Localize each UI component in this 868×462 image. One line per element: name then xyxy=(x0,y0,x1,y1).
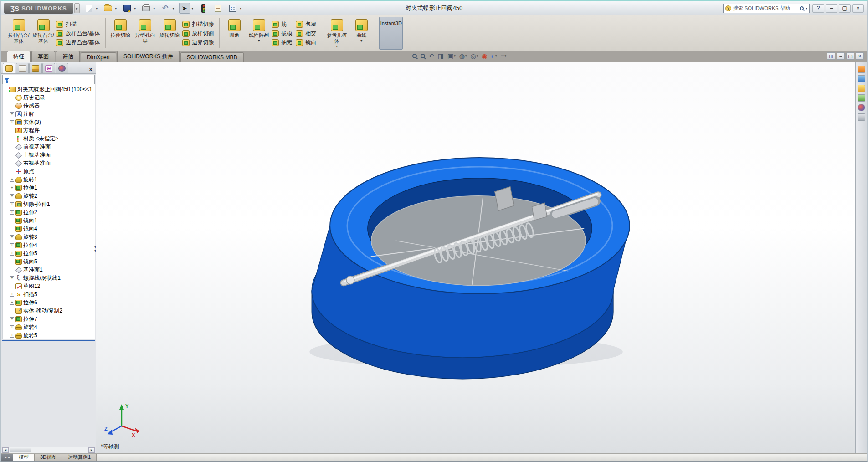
restore-doc-button[interactable]: ▢ xyxy=(846,52,854,60)
tree-item-4[interactable]: +实体(3) xyxy=(3,118,95,126)
save-dropdown[interactable]: ▾ xyxy=(133,6,137,10)
minimize-button[interactable]: – xyxy=(826,4,837,13)
open-file-button[interactable] xyxy=(103,3,113,14)
save-button[interactable] xyxy=(122,3,133,14)
tree-item-15[interactable]: +拉伸2 xyxy=(3,208,95,216)
sweep-cut-button[interactable]: 扫描切除 xyxy=(182,20,216,29)
revolve-cut-button[interactable]: 旋转切除 xyxy=(158,17,181,50)
tree-item-10[interactable]: 原点 xyxy=(3,167,95,175)
tree-item-26[interactable]: +拉伸6 xyxy=(3,298,95,307)
tab-features[interactable]: 特征 xyxy=(7,51,31,62)
tree-item-23[interactable]: +螺旋线/涡状线1 xyxy=(3,274,95,282)
tree-item-14[interactable]: +切除-拉伸1 xyxy=(3,200,95,208)
close-button[interactable]: × xyxy=(852,4,864,13)
tree-item-27[interactable]: 实体-移动/复制2 xyxy=(3,307,95,315)
rib-button[interactable]: 筋 xyxy=(272,20,295,29)
expand-icon[interactable]: + xyxy=(10,325,14,329)
appearances-scenes-icon[interactable] xyxy=(858,104,865,111)
graphics-viewport[interactable]: Y X Z *等轴测 xyxy=(96,62,855,453)
fillet-button[interactable]: 圆角 xyxy=(222,17,246,50)
featuremanager-tree-tab[interactable] xyxy=(3,63,15,73)
rebuild-button[interactable] xyxy=(198,3,209,14)
tree-item-16[interactable]: 镜向1 xyxy=(3,216,95,225)
tree-item-29[interactable]: +旋转4 xyxy=(3,323,95,331)
tab-solidworks-mbd[interactable]: SOLIDWORKS MBD xyxy=(180,52,244,62)
loft-boss-button[interactable]: 放样凸台/基体 xyxy=(56,29,103,38)
split-doc-button[interactable]: ◫ xyxy=(827,52,835,60)
tab-evaluate[interactable]: 评估 xyxy=(56,51,80,62)
propertymanager-tab[interactable] xyxy=(16,63,29,73)
expand-icon[interactable]: + xyxy=(10,301,14,305)
solidworks-resources-icon[interactable] xyxy=(858,66,865,73)
bottom-tab-3d-views[interactable]: 3D视图 xyxy=(35,454,62,461)
expand-icon[interactable]: + xyxy=(10,120,14,124)
boundary-cut-button[interactable]: 边界切除 xyxy=(182,38,216,47)
view-orientation-button[interactable]: ▣▾ xyxy=(447,52,457,60)
bottom-tab-motion-study-1[interactable]: 运动算例1 xyxy=(62,454,97,461)
search-input[interactable]: ? 搜索 SOLIDWORKS 帮助 ▾ xyxy=(723,4,810,13)
tree-item-28[interactable]: +拉伸7 xyxy=(3,315,95,323)
tab-scroll-left-button[interactable]: ◄◄ xyxy=(1,454,13,461)
tree-item-18[interactable]: +旋转3 xyxy=(3,233,95,241)
hide-show-items-button[interactable]: ◎▾ xyxy=(469,52,479,60)
expand-icon[interactable]: + xyxy=(10,276,14,280)
file-explorer-icon[interactable] xyxy=(858,85,865,92)
tree-item-17[interactable]: 镜向4 xyxy=(3,225,95,233)
view-palette-icon[interactable] xyxy=(858,94,865,102)
display-style-button[interactable]: ◍▾ xyxy=(458,52,468,60)
search-icon[interactable] xyxy=(800,6,804,10)
zoom-area-button[interactable] xyxy=(420,53,426,59)
design-library-icon[interactable] xyxy=(858,75,865,82)
reference-geometry-button[interactable]: 参考几何体▾ xyxy=(325,17,349,50)
select-dropdown[interactable]: ▾ xyxy=(190,6,195,10)
view-settings-button[interactable]: ≡▾ xyxy=(499,52,507,60)
hole-wizard-button[interactable]: 异型孔向导 xyxy=(133,17,157,50)
tab-sketch[interactable]: 草图 xyxy=(31,51,55,62)
file-properties-button[interactable] xyxy=(213,3,224,14)
help-button[interactable]: ? xyxy=(812,4,824,13)
expand-icon[interactable]: + xyxy=(10,178,14,182)
undo-button[interactable]: ↶ xyxy=(160,3,171,14)
manager-tabs-more[interactable]: » xyxy=(89,66,94,73)
tree-item-3[interactable]: +注解 xyxy=(3,110,95,118)
tree-item-1[interactable]: 历史记录 xyxy=(3,93,95,102)
tree-item-9[interactable]: 右视基准面 xyxy=(3,159,95,167)
minimize-doc-button[interactable]: – xyxy=(837,52,845,60)
apply-scene-button[interactable]: ◐▾ xyxy=(490,52,498,60)
menu-expand-arrow-icon[interactable]: ▸ xyxy=(74,3,80,13)
revolve-boss-button[interactable]: 旋转凸台/基体 xyxy=(31,17,55,50)
panel-splitter[interactable]: ◄◄ xyxy=(93,246,96,252)
boundary-boss-button[interactable]: 边界凸台/基体 xyxy=(56,38,103,47)
edit-appearance-button[interactable]: ◉ xyxy=(481,52,488,60)
select-button[interactable]: ➤ xyxy=(179,3,190,14)
displaymanager-tab[interactable] xyxy=(56,63,68,73)
maximize-button[interactable]: ▢ xyxy=(839,4,851,13)
print-dropdown[interactable]: ▾ xyxy=(152,6,156,10)
tree-item-0[interactable]: 对夹式蝶形止回阀450 (100<<1 xyxy=(3,85,95,93)
close-doc-button[interactable]: × xyxy=(856,52,864,60)
tree-item-30[interactable]: +旋转5 xyxy=(3,331,95,339)
loft-cut-button[interactable]: 放样切割 xyxy=(182,29,216,38)
search-dropdown-icon[interactable]: ▾ xyxy=(806,6,807,10)
expand-icon[interactable]: + xyxy=(10,186,14,190)
expand-icon[interactable]: + xyxy=(10,235,14,239)
tab-dimxpert[interactable]: DimXpert xyxy=(81,52,116,62)
tree-item-20[interactable]: +拉伸5 xyxy=(3,249,95,257)
zoom-fit-button[interactable] xyxy=(411,53,418,59)
configurationmanager-tab[interactable] xyxy=(29,63,42,73)
open-file-dropdown[interactable]: ▾ xyxy=(114,6,118,10)
tree-item-13[interactable]: +旋转2 xyxy=(3,192,95,200)
tree-item-2[interactable]: 传感器 xyxy=(3,102,95,110)
expand-icon[interactable]: + xyxy=(10,243,14,247)
linear-pattern-button[interactable]: 线性阵列▾ xyxy=(247,17,271,50)
extrude-cut-button[interactable]: 拉伸切除 xyxy=(108,17,132,50)
scroll-right-icon[interactable]: ► xyxy=(88,447,95,453)
tree-item-24[interactable]: 草图12 xyxy=(3,282,95,290)
dimxpertmanager-tab[interactable] xyxy=(42,63,55,73)
new-file-button[interactable] xyxy=(83,3,94,14)
expand-icon[interactable]: + xyxy=(10,112,14,116)
undo-dropdown[interactable]: ▾ xyxy=(171,6,175,10)
tree-item-12[interactable]: +拉伸1 xyxy=(3,184,95,192)
tree-item-21[interactable]: 镜向5 xyxy=(3,257,95,266)
tree-item-11[interactable]: +旋转1 xyxy=(3,175,95,184)
